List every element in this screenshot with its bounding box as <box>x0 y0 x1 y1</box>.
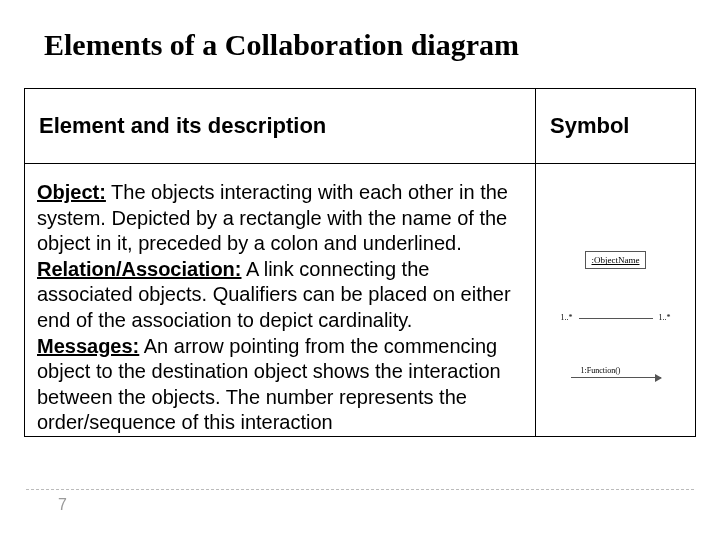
symbol-stack: :ObjectName 1..* 1..* 1:Function() <box>536 221 695 378</box>
header-symbol: Symbol <box>536 89 696 164</box>
footer-divider <box>26 489 694 490</box>
message-label: 1:Function() <box>581 366 621 375</box>
row-messages: Messages: An arrow pointing from the com… <box>37 334 523 436</box>
assoc-line <box>579 318 653 319</box>
object-symbol: :ObjectName <box>585 251 647 269</box>
term-object: Object: <box>37 181 106 203</box>
page-title: Elements of a Collaboration diagram <box>44 28 696 62</box>
header-description: Element and its description <box>25 89 536 164</box>
row-association: Relation/Association: A link connecting … <box>37 257 523 334</box>
arrow-icon <box>571 377 661 378</box>
table-header-row: Element and its description Symbol <box>25 89 696 164</box>
cell-descriptions: Object: The objects interacting with eac… <box>25 164 536 437</box>
slide: Elements of a Collaboration diagram Elem… <box>0 0 720 540</box>
table-row: Object: The objects interacting with eac… <box>25 164 696 437</box>
term-association: Relation/Association: <box>37 258 241 280</box>
association-symbol: 1..* 1..* <box>561 313 671 322</box>
elements-table: Element and its description Symbol Objec… <box>24 88 696 437</box>
cell-symbols: :ObjectName 1..* 1..* 1:Function() <box>536 164 696 437</box>
page-number: 7 <box>58 496 67 514</box>
term-messages: Messages: <box>37 335 139 357</box>
message-symbol: 1:Function() <box>571 366 661 378</box>
assoc-cardinality-left: 1..* <box>561 313 573 322</box>
desc-object: The objects interacting with each other … <box>37 181 508 254</box>
row-object: Object: The objects interacting with eac… <box>37 180 523 257</box>
assoc-cardinality-right: 1..* <box>659 313 671 322</box>
